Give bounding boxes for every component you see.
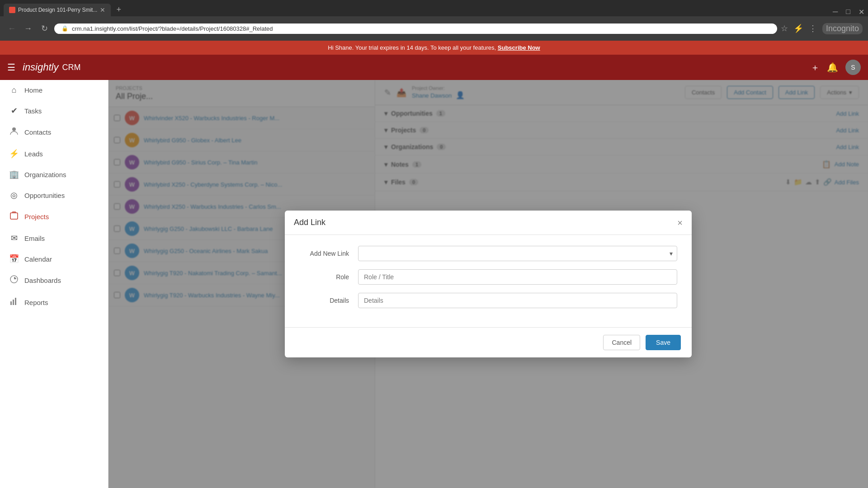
opportunities-icon: ◎ (9, 190, 19, 200)
sidebar-item-leads[interactable]: ⚡ Leads (0, 143, 108, 164)
browser-toolbar: ← → ↻ 🔒 crm.na1.insightly.com/list/Proje… (0, 16, 868, 41)
add-new-link-label: Add New Link (299, 250, 358, 257)
sidebar-item-label: Home (24, 86, 42, 94)
sidebar-item-label: Opportunities (24, 192, 65, 199)
role-label: Role (299, 273, 358, 281)
app-container: Hi Shane. Your trial expires in 14 days.… (0, 41, 868, 488)
sidebar-item-home[interactable]: ⌂ Home (0, 80, 108, 100)
top-nav: ☰ insightly CRM ＋ 🔔 S (0, 55, 868, 80)
crm-label: CRM (62, 63, 80, 72)
modal-close-button[interactable]: × (677, 218, 683, 227)
subscribe-link[interactable]: Subscribe Now (498, 44, 540, 51)
sidebar-item-calendar[interactable]: 📅 Calendar (0, 249, 108, 269)
extensions-icon[interactable]: ⚡ (793, 23, 803, 33)
browser-tabs: Product Design 101-Perry Smit... ✕ + ─ □… (0, 0, 868, 16)
tab-title: Product Design 101-Perry Smit... (18, 7, 97, 13)
below-topnav: ⌂ Home ✔ Tasks Contacts ⚡ Leads (0, 80, 868, 488)
settings-icon[interactable]: ⋮ (809, 23, 817, 33)
svg-rect-0 (12, 127, 16, 131)
forward-button[interactable]: → (22, 24, 34, 33)
modal-footer: Cancel Save (285, 328, 692, 357)
refresh-button[interactable]: ↻ (38, 23, 51, 33)
contacts-icon (9, 127, 19, 138)
sidebar-item-label: Calendar (24, 255, 52, 263)
sidebar-item-label: Projects (24, 213, 49, 221)
role-row: Role (299, 269, 677, 285)
sidebar-item-reports[interactable]: Reports (0, 291, 108, 314)
emails-icon: ✉ (9, 233, 19, 243)
notification-icon[interactable]: 🔔 (827, 62, 838, 73)
logo-area: insightly CRM (23, 61, 80, 73)
sidebar-item-dashboards[interactable]: Dashboards (0, 269, 108, 291)
content-area: PROJECTS All Proje... W Whirlvinder X520… (108, 80, 868, 488)
sidebar-item-organizations[interactable]: 🏢 Organizations (0, 164, 108, 185)
browser-chrome: Product Design 101-Perry Smit... ✕ + ─ □… (0, 0, 868, 41)
calendar-icon: 📅 (9, 254, 19, 264)
app-main: ☰ insightly CRM ＋ 🔔 S ⌂ Home ✔ Tasks (0, 55, 868, 488)
url-text: crm.na1.insightly.com/list/Project/?blad… (72, 25, 273, 32)
browser-actions: ☆ ⚡ ⋮ Incognito (781, 23, 863, 34)
details-input[interactable] (358, 293, 677, 308)
sidebar-item-label: Leads (24, 150, 43, 158)
sidebar-item-label: Emails (24, 235, 45, 242)
sidebar-item-projects[interactable]: Projects (0, 206, 108, 228)
organizations-icon: 🏢 (9, 169, 19, 179)
projects-icon (9, 211, 19, 222)
sidebar-item-tasks[interactable]: ✔ Tasks (0, 100, 108, 121)
sidebar-item-label: Reports (24, 299, 48, 306)
logo-text: insightly (23, 61, 58, 73)
active-tab[interactable]: Product Design 101-Perry Smit... ✕ (4, 4, 111, 16)
add-icon[interactable]: ＋ (811, 61, 820, 74)
details-row: Details (299, 293, 677, 308)
bookmark-icon[interactable]: ☆ (781, 23, 788, 33)
top-nav-right: ＋ 🔔 S (811, 60, 861, 75)
svg-rect-4 (13, 300, 14, 305)
dashboards-icon (9, 275, 19, 286)
svg-rect-1 (10, 213, 18, 219)
sidebar-item-label: Tasks (24, 107, 42, 115)
user-avatar[interactable]: S (845, 60, 861, 75)
sidebar-item-label: Dashboards (24, 277, 61, 284)
modal-title: Add Link (294, 218, 326, 227)
role-input[interactable] (358, 269, 677, 285)
tasks-icon: ✔ (9, 106, 19, 116)
modal-overlay: Add Link × Add New Link ▾ (108, 80, 868, 488)
sidebar-item-label: Organizations (24, 171, 66, 178)
svg-rect-5 (15, 298, 16, 305)
svg-rect-3 (10, 301, 12, 305)
minimize-button[interactable]: ─ (833, 8, 838, 16)
sidebar-item-opportunities[interactable]: ◎ Opportunities (0, 185, 108, 206)
lock-icon: 🔒 (61, 25, 68, 32)
sidebar-item-label: Contacts (24, 128, 51, 136)
add-new-link-select[interactable] (358, 246, 677, 261)
trial-message: Hi Shane. Your trial expires in 14 days.… (328, 44, 496, 51)
cancel-button[interactable]: Cancel (603, 335, 640, 350)
window-controls: ─ □ ✕ (833, 8, 864, 16)
sidebar-item-contacts[interactable]: Contacts (0, 121, 108, 143)
sidebar: ⌂ Home ✔ Tasks Contacts ⚡ Leads (0, 80, 108, 488)
home-icon: ⌂ (9, 85, 19, 95)
modal-body: Add New Link ▾ Role (285, 235, 692, 327)
modal-header: Add Link × (285, 211, 692, 235)
trial-banner: Hi Shane. Your trial expires in 14 days.… (0, 41, 868, 55)
address-bar[interactable]: 🔒 crm.na1.insightly.com/list/Project/?bl… (54, 23, 777, 34)
leads-icon: ⚡ (9, 149, 19, 159)
maximize-button[interactable]: □ (846, 8, 850, 16)
back-button[interactable]: ← (5, 24, 18, 33)
add-new-link-row: Add New Link ▾ (299, 246, 677, 261)
tab-favicon (9, 7, 15, 13)
new-tab-button[interactable]: + (113, 3, 125, 16)
sidebar-item-emails[interactable]: ✉ Emails (0, 228, 108, 249)
add-new-link-select-wrapper: ▾ (358, 246, 677, 261)
incognito-badge: Incognito (822, 23, 863, 34)
add-link-modal: Add Link × Add New Link ▾ (285, 211, 692, 357)
close-window-button[interactable]: ✕ (859, 8, 864, 16)
save-button[interactable]: Save (646, 335, 681, 350)
hamburger-menu[interactable]: ☰ (7, 62, 15, 73)
reports-icon (9, 297, 19, 308)
details-label: Details (299, 297, 358, 304)
tab-close-button[interactable]: ✕ (100, 6, 105, 14)
